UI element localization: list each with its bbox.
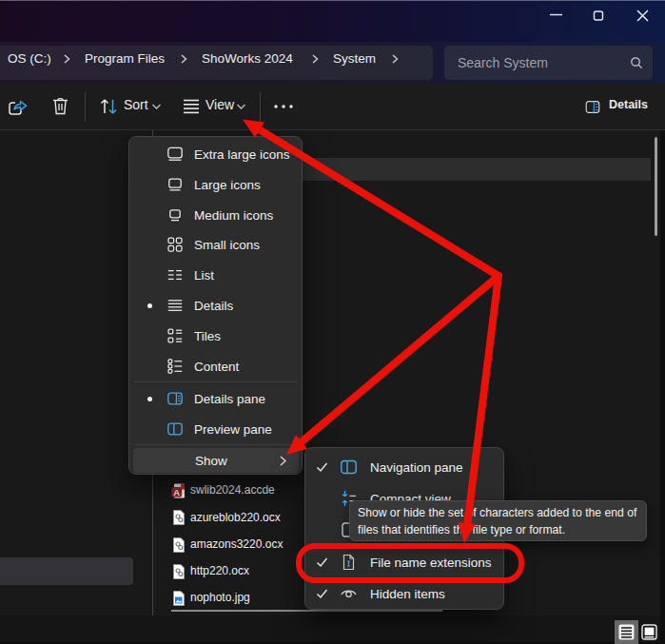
svg-text:A: A: [173, 487, 180, 498]
